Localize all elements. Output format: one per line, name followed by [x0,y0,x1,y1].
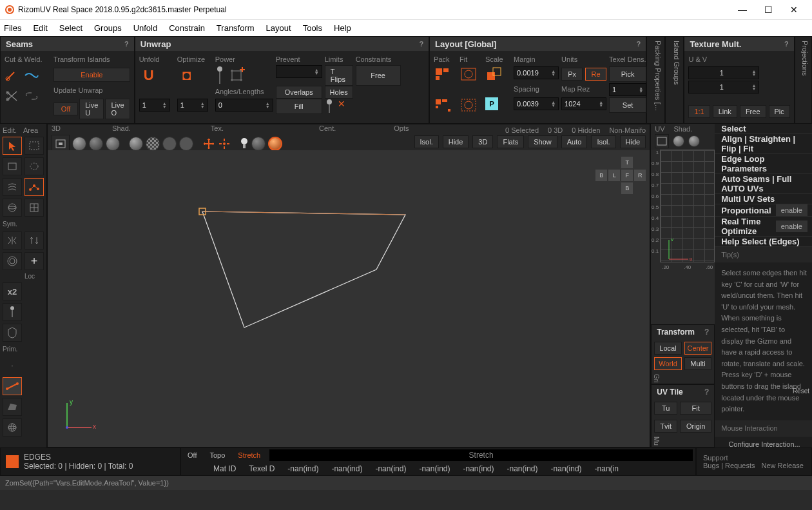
3d-button[interactable]: 3D [472,135,493,148]
cut-icon[interactable] [5,68,20,83]
tvit-button[interactable]: Tvit [654,420,677,433]
bugs-link[interactable]: Bugs | Requests [703,462,755,469]
mesh-tool[interactable] [3,178,22,196]
maprez-spinner[interactable]: 1024▲▼ [561,97,606,110]
free-button[interactable]: Free [356,65,401,86]
overlaps-button[interactable]: Overlaps [276,86,322,99]
menu-files[interactable]: Files [4,23,21,33]
command-line[interactable]: ZomSet({Path="Vars.EditMode.AreaTool", V… [0,476,812,490]
menu-help[interactable]: Help [334,23,351,33]
u-spinner[interactable]: 1▲▼ [688,66,759,79]
link-icon[interactable] [24,88,39,104]
shading-solid-icon[interactable] [106,137,120,151]
enable-button[interactable]: Enable [53,68,130,82]
help-icon[interactable]: ? [704,328,709,337]
texeld-label[interactable]: Texel D [249,464,275,473]
path-tool[interactable] [24,178,44,196]
stretch-button[interactable]: Stretch [231,449,267,462]
uv-viewport[interactable]: 10.90.80.70.60.50.40.30.20.1 v u .20.40.… [651,150,715,324]
anchor-icon[interactable] [228,67,245,84]
sym-y-tool[interactable] [24,231,44,250]
re-button[interactable]: Re [585,68,606,81]
fit-selected-icon[interactable] [459,97,478,113]
insp-proportional[interactable]: Proportionalenable [715,204,812,217]
fit-world-icon[interactable] [459,66,478,82]
pin2-icon[interactable] [325,99,334,114]
insp-multiuv[interactable]: Multi UV Sets [715,194,812,204]
plus-tool[interactable]: + [24,252,44,270]
insp-realtime[interactable]: Real Time Optimizeenable [715,217,812,237]
newrelease-link[interactable]: New Release [762,462,804,469]
isol1-button[interactable]: Isol. [414,135,439,148]
configure-interaction[interactable]: Configure Interaction... [715,436,812,447]
holes-button[interactable]: Holes [325,86,353,99]
ratio-button[interactable]: 1:1 [688,105,710,118]
enable-realtime[interactable]: enable [776,221,807,232]
uv-shad1-icon[interactable] [673,135,684,147]
menu-layout[interactable]: Layout [266,23,291,33]
lasso-tool[interactable] [24,157,44,175]
power-spinner[interactable]: ▲▼ [276,65,322,78]
shading-flat-icon[interactable] [72,137,86,151]
help-icon[interactable]: ? [636,40,641,48]
local-button[interactable]: Local [654,342,682,355]
one-spinner[interactable]: 1▲▼ [609,83,646,96]
free-button[interactable]: Free [740,105,766,118]
pin-icon[interactable] [215,66,224,85]
dot-tool[interactable]: · [3,357,22,375]
insp-help[interactable]: Help Select (Edges) [715,237,812,247]
maximize-button[interactable]: ☐ [755,0,781,19]
help-icon[interactable]: ? [124,40,129,48]
target-tool[interactable] [3,252,22,270]
viewport-canvas[interactable]: T BLFR B y x [48,150,650,447]
x2-tool[interactable]: x2 [3,282,22,300]
tex-grid-icon[interactable] [162,137,177,151]
pick-button[interactable]: Pick [609,66,646,82]
liveo-button[interactable]: Live O [105,99,130,119]
insp-autoseams[interactable]: Auto Seams | Full AUTO UVs [715,174,812,194]
tex-none-icon[interactable] [129,137,143,151]
pack-selected-icon[interactable] [434,97,452,113]
reset-label[interactable]: Reset [793,387,809,395]
spacing-spinner[interactable]: 0.0039▲▼ [514,97,559,110]
tflips-button[interactable]: T Flips [325,65,353,86]
hide2-button[interactable]: Hide [620,135,646,148]
center-pivot-icon[interactable] [218,137,231,150]
tex-custom-icon[interactable] [179,137,193,151]
px-button[interactable]: Px [561,68,583,81]
menu-groups[interactable]: Groups [94,23,122,33]
center-move-icon[interactable] [202,137,215,150]
tex-checker-icon[interactable] [146,137,160,151]
fill-button[interactable]: Fill [276,99,322,114]
scissors-icon[interactable] [5,88,20,104]
topo-button[interactable]: Topo [203,449,231,462]
optimize-icon[interactable]: ◘ [177,66,197,85]
origin-button[interactable]: Origin [680,420,711,433]
x-icon[interactable]: ✕ [338,99,345,114]
unfold-icon[interactable]: U [139,66,159,85]
show-button[interactable]: Show [528,135,557,148]
weld-icon[interactable] [24,68,39,83]
v-spinner[interactable]: 1▲▼ [688,81,759,93]
unfold-iter-spinner[interactable]: 1▲▼ [139,99,170,112]
flats-button[interactable]: Flats [497,135,524,148]
light-icon[interactable] [240,137,249,150]
insp-select[interactable]: Select [715,124,812,134]
minimize-button[interactable]: — [730,0,755,19]
select-tool[interactable] [3,137,22,155]
liveu-button[interactable]: Live U [79,99,104,119]
margin-spinner[interactable]: 0.0019▲▼ [514,66,559,79]
multi-button[interactable]: Multi [684,357,712,370]
menu-unfold[interactable]: Unfold [133,23,158,33]
scale-world-icon[interactable] [485,66,503,82]
auto-button[interactable]: Auto [561,135,588,148]
fit-button[interactable]: Fit [680,402,711,415]
move-tool[interactable] [3,157,22,175]
view-cube[interactable]: T BLFR B [595,157,646,194]
off-button[interactable]: Off [53,103,78,115]
scale-p-icon[interactable]: P [485,97,498,110]
uv-frame-icon[interactable] [655,134,669,148]
opt1-icon[interactable] [251,137,266,151]
off-button[interactable]: Off [181,449,203,462]
help-icon[interactable]: ? [419,40,423,48]
